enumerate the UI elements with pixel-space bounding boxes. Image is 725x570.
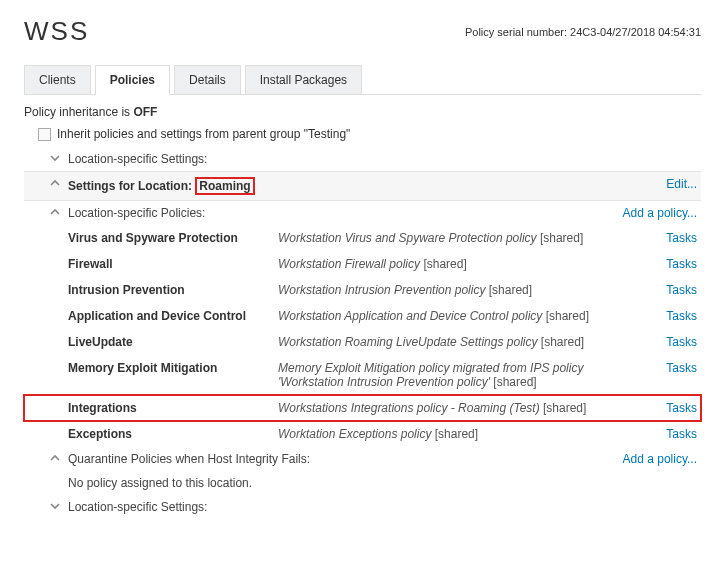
location-name-highlight: Roaming (195, 177, 254, 195)
tasks-link[interactable]: Tasks (647, 257, 697, 271)
tasks-link[interactable]: Tasks (647, 231, 697, 245)
tab-install-packages[interactable]: Install Packages (245, 65, 362, 94)
policy-name: Firewall (68, 257, 278, 271)
tasks-link[interactable]: Tasks (647, 427, 697, 441)
policy-name: Virus and Spyware Protection (68, 231, 278, 245)
tab-policies[interactable]: Policies (95, 65, 170, 95)
section-location-settings[interactable]: Location-specific Settings: (68, 500, 207, 514)
policy-row: Application and Device ControlWorkstatio… (24, 303, 701, 329)
page-title: WSS (24, 16, 89, 47)
section-location-settings[interactable]: Location-specific Settings: (68, 152, 207, 166)
tasks-link[interactable]: Tasks (647, 361, 697, 375)
no-policy-assigned: No policy assigned to this location. (68, 476, 252, 490)
policy-name: Integrations (68, 401, 278, 415)
add-policy-link[interactable]: Add a policy... (607, 452, 697, 466)
chevron-down-icon[interactable] (48, 152, 62, 163)
tasks-link[interactable]: Tasks (647, 335, 697, 349)
policy-row: ExceptionsWorktation Exceptions policy [… (24, 421, 701, 447)
policy-name: Memory Exploit Mitigation (68, 361, 278, 375)
tasks-link[interactable]: Tasks (647, 309, 697, 323)
policy-serial: Policy serial number: 24C3-04/27/2018 04… (465, 26, 701, 38)
policy-value: Workstation Application and Device Contr… (278, 309, 647, 323)
settings-for-location-label: Settings for Location: Roaming (68, 177, 278, 195)
policy-value: Workstation Virus and Spyware Protection… (278, 231, 647, 245)
section-quarantine[interactable]: Quarantine Policies when Host Integrity … (68, 452, 310, 466)
policy-value: Workstation Intrusion Prevention policy … (278, 283, 647, 297)
policy-row: Virus and Spyware ProtectionWorkstation … (24, 225, 701, 251)
chevron-up-icon[interactable] (48, 452, 62, 463)
add-policy-link[interactable]: Add a policy... (607, 206, 697, 220)
policy-name: Intrusion Prevention (68, 283, 278, 297)
policy-row: LiveUpdateWorkstation Roaming LiveUpdate… (24, 329, 701, 355)
policy-name: Application and Device Control (68, 309, 278, 323)
chevron-up-icon[interactable] (48, 206, 62, 217)
tasks-link[interactable]: Tasks (647, 401, 697, 415)
policy-row: FirewallWorkstation Firewall policy [sha… (24, 251, 701, 277)
policy-value: Workstations Integrations policy - Roami… (278, 401, 647, 415)
chevron-up-icon[interactable] (48, 177, 62, 188)
tab-clients[interactable]: Clients (24, 65, 91, 94)
tasks-link[interactable]: Tasks (647, 283, 697, 297)
inheritance-status: Policy inheritance is OFF (24, 105, 701, 119)
policy-name: LiveUpdate (68, 335, 278, 349)
tabs: ClientsPoliciesDetailsInstall Packages (24, 65, 701, 95)
inherit-checkbox[interactable] (38, 128, 51, 141)
policy-value: Workstation Firewall policy [shared] (278, 257, 647, 271)
policy-value: Workstation Roaming LiveUpdate Settings … (278, 335, 647, 349)
inherit-label: Inherit policies and settings from paren… (57, 127, 350, 141)
policy-row: Intrusion PreventionWorkstation Intrusio… (24, 277, 701, 303)
tab-details[interactable]: Details (174, 65, 241, 94)
policy-row: Memory Exploit MitigationMemory Exploit … (24, 355, 701, 395)
chevron-down-icon[interactable] (48, 500, 62, 511)
policy-name: Exceptions (68, 427, 278, 441)
policy-row: IntegrationsWorkstations Integrations po… (24, 395, 701, 421)
policy-value: Memory Exploit Mitigation policy migrate… (278, 361, 647, 389)
section-location-policies[interactable]: Location-specific Policies: (68, 206, 205, 220)
edit-link[interactable]: Edit... (607, 177, 697, 191)
policy-value: Worktation Exceptions policy [shared] (278, 427, 647, 441)
